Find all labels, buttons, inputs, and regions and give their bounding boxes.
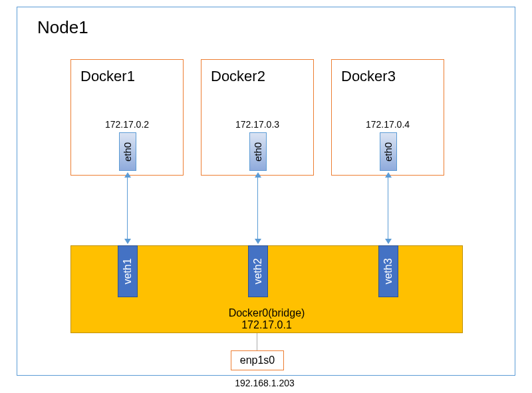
nic-name: enp1s0 [240,354,275,366]
arrow-line-3 [388,178,388,239]
docker-title-3: Docker3 [341,68,396,85]
veth-label-2: veth2 [252,258,264,284]
eth-interface-2: eth0 [249,132,267,171]
eth-interface-3: eth0 [380,132,397,171]
docker-title-2: Docker2 [211,68,265,85]
docker-ip-3: 172.17.0.4 [361,119,414,130]
arrow-up-2 [255,172,261,178]
eth-label-3: eth0 [383,142,394,161]
nic-box: enp1s0 [231,350,284,370]
veth-interface-1: veth1 [118,245,138,297]
arrow-line-2 [257,178,258,239]
arrow-down-1 [124,239,131,244]
bridge-ip: 172.17.0.1 [71,319,462,331]
docker-title-1: Docker1 [80,68,135,85]
arrow-up-3 [385,172,392,178]
veth-label-3: veth3 [382,258,394,284]
arrow-down-3 [385,239,392,244]
veth-interface-2: veth2 [248,245,268,297]
arrow-line-1 [127,178,128,239]
eth-interface-1: eth0 [119,132,136,171]
nic-ip: 192.168.1.203 [225,378,305,388]
node-container: Node1 Docker1 172.17.0.2 eth0 Docker2 17… [17,7,515,376]
veth-interface-3: veth3 [378,245,398,297]
arrow-up-1 [124,172,131,178]
connector-bridge-nic [257,333,257,350]
veth-label-1: veth1 [122,258,134,284]
docker-ip-2: 172.17.0.3 [231,119,284,130]
arrow-down-2 [255,239,261,244]
node-title: Node1 [37,17,88,38]
bridge-title: Docker0(bridge) [71,307,462,319]
eth-label-2: eth0 [253,142,264,161]
eth-label-1: eth0 [122,142,134,161]
docker-ip-1: 172.17.0.2 [100,119,154,130]
